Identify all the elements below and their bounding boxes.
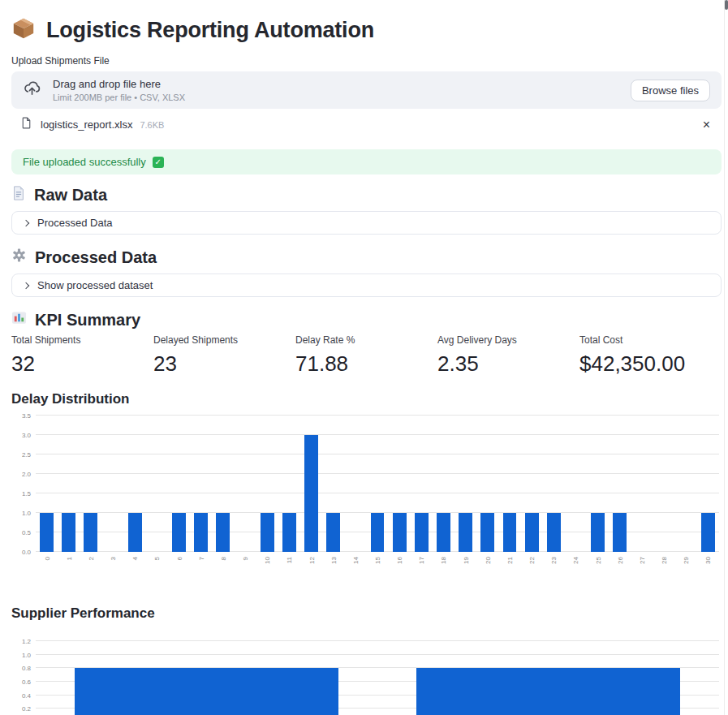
bar [216,513,230,552]
x-axis-tick-label: 8 [220,557,227,560]
kpi-metrics-row: Total Shipments 32 Delayed Shipments 23 … [11,334,722,377]
y-axis-tick-label: 0.5 [22,529,31,536]
y-axis-tick-label: 2.0 [22,471,31,478]
metric-value: 32 [11,351,153,377]
gridline [36,493,719,493]
kpi-heading: KPI Summary [11,310,722,330]
x-axis-tick-label: 18 [440,557,447,564]
metric-value: $42,350.00 [579,351,722,377]
x-axis-tick-label: 29 [683,557,690,564]
x-axis-tick-label: 30 [704,557,712,564]
x-axis-tick-label: 20 [485,557,492,564]
x-axis-tick-label: 12 [308,557,316,564]
file-dropzone[interactable]: Drag and drop file here Limit 200MB per … [11,71,722,109]
x-axis-tick-label: 23 [550,557,558,564]
x-axis-tick-label: 21 [506,557,514,564]
supplier-performance-chart: 0.00.20.40.60.81.01.2 [11,641,722,715]
scrollbar[interactable] [724,0,728,715]
raw-data-section: Raw Data Processed Data [11,186,722,235]
processed-data-heading: Processed Data [11,248,722,267]
file-name: logistics_report.xlsx [41,118,132,131]
bar [437,513,450,552]
metric-label: Total Shipments [11,334,153,346]
raw-data-title: Raw Data [34,186,107,205]
bar [415,513,429,552]
raw-data-expander-label: Processed Data [37,217,113,229]
bar [701,513,715,552]
bar [591,513,605,552]
bar [547,513,561,552]
cloud-upload-icon [23,80,41,101]
scrollbar-thumb[interactable] [725,0,728,10]
metric-delay-rate: Delay Rate % 71.88 [295,334,437,377]
processed-data-expander[interactable]: Show processed dataset [11,274,722,297]
bar [459,513,472,552]
gridline [36,640,719,641]
metric-value: 23 [153,351,295,377]
success-alert: File uploaded successfully ✓ [11,149,722,174]
y-axis-tick-label: 1.5 [22,490,31,497]
metric-label: Delay Rate % [295,334,437,346]
gear-icon [11,248,27,267]
check-icon: ✓ [153,157,164,168]
bar [326,513,340,552]
x-axis-tick-label: 9 [242,557,249,560]
gridline [36,654,719,655]
file-size: 7.6KB [140,120,164,130]
bar [84,513,97,552]
x-axis-tick-label: 5 [153,557,161,560]
bar [40,513,54,552]
metric-value: 2.35 [437,351,579,377]
chevron-right-icon [23,219,29,226]
processed-data-title: Processed Data [35,248,157,267]
plot-area: 0.00.51.01.52.02.53.03.50123456789101112… [36,416,719,552]
uploaded-file-row: logistics_report.xlsx 7.6KB × [11,113,722,136]
browse-files-button[interactable]: Browse files [631,80,710,101]
bar [393,513,407,552]
metric-avg-delivery-days: Avg Delivery Days 2.35 [437,334,579,377]
x-axis-tick-label: 26 [617,557,624,564]
bar [371,513,385,552]
bar [282,513,296,552]
bar [503,513,517,552]
x-axis-tick-label: 7 [198,557,205,560]
x-axis-tick-label: 6 [176,557,183,560]
file-uploader-section: Upload Shipments File Drag and drop file… [11,55,722,174]
metric-label: Delayed Shipments [153,334,295,346]
file-icon [19,116,33,133]
y-axis-tick-label: 1.2 [22,638,31,645]
x-axis-tick-label: 11 [286,557,293,563]
processed-data-expander-label: Show processed dataset [37,279,153,291]
metric-label: Avg Delivery Days [437,334,579,346]
x-axis-tick-label: 16 [396,557,403,564]
raw-data-expander[interactable]: Processed Data [11,211,722,235]
gridline [36,434,719,435]
kpi-section: KPI Summary Total Shipments 32 Delayed S… [11,310,722,377]
y-axis-tick-label: 0.8 [22,665,31,672]
metric-value: 71.88 [295,351,437,377]
gridline [36,454,719,454]
app-root: Logistics Reporting Automation Upload Sh… [0,0,728,715]
bar [75,668,338,715]
x-axis-tick-label: 0 [44,557,51,560]
x-axis-tick-label: 15 [374,557,381,564]
remove-file-button[interactable]: × [703,118,710,131]
bar [613,513,627,552]
y-axis-tick-label: 0.4 [22,691,31,699]
bar [304,435,318,552]
package-icon [11,16,36,44]
supplier-performance-title: Supplier Performance [11,605,722,622]
app-header: Logistics Reporting Automation [11,16,722,44]
x-axis-tick-label: 10 [264,557,271,564]
processed-data-section: Processed Data Show processed dataset [11,248,722,297]
y-axis-tick-label: 3.0 [22,432,31,439]
x-axis-tick-label: 2 [88,557,95,560]
y-axis-tick-label: 0.2 [22,705,31,713]
bar [194,513,208,552]
bar [172,513,186,552]
y-axis-tick-label: 0.6 [22,678,31,686]
metric-label: Total Cost [579,334,722,346]
document-icon [11,186,26,205]
supplier-performance-section: Supplier Performance 0.00.20.40.60.81.01… [11,605,722,715]
dropzone-text: Drag and drop file here Limit 200MB per … [53,78,185,102]
